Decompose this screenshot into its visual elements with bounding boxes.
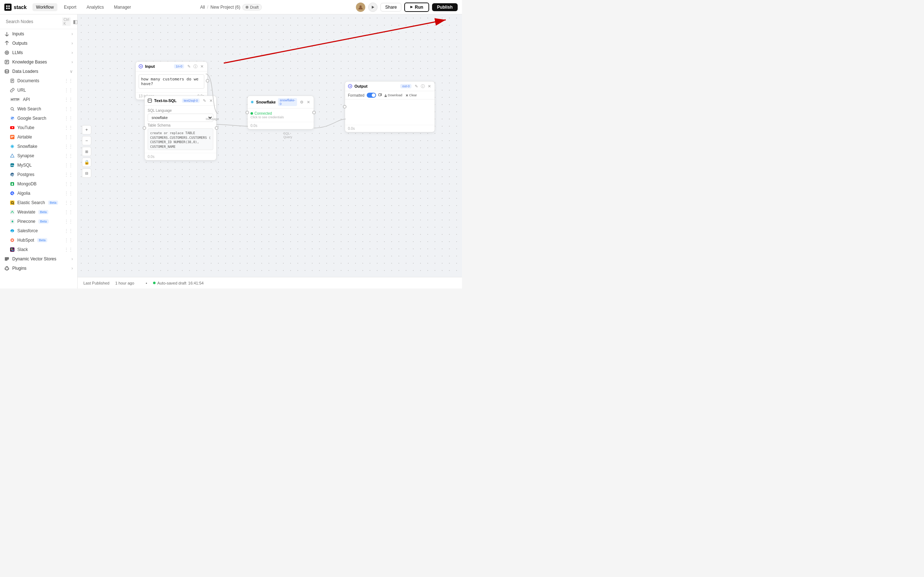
youtube-drag-handle[interactable]: ⋮⋮ xyxy=(64,125,73,130)
sql-close-button[interactable]: ✕ xyxy=(208,98,213,103)
sidebar-item-url[interactable]: URL ⋮⋮ xyxy=(0,85,77,95)
sidebar-item-elastic-search[interactable]: Elastic Search Beta ⋮⋮ xyxy=(0,198,77,207)
sidebar-item-knowledge-bases[interactable]: Knowledge Bases › xyxy=(0,57,77,67)
collapse-button[interactable]: ◧ xyxy=(73,19,78,24)
pinecone-drag-handle[interactable]: ⋮⋮ xyxy=(64,219,73,224)
sidebar-item-weaviate[interactable]: Weaviate Beta ⋮⋮ xyxy=(0,207,77,217)
elastic-search-drag-handle[interactable]: ⋮⋮ xyxy=(64,200,73,205)
run-button[interactable]: Run xyxy=(404,3,429,12)
play-icon-button[interactable] xyxy=(368,3,378,12)
nav-tab-export[interactable]: Export xyxy=(60,3,80,11)
data-loaders-label: Data Loaders xyxy=(12,69,38,74)
lock-tool[interactable]: 🔒 xyxy=(82,158,91,167)
download-button[interactable]: Download xyxy=(384,93,402,97)
nav-tab-workflow[interactable]: Workflow xyxy=(32,3,57,11)
breadcrumb-root[interactable]: All xyxy=(200,5,205,10)
annotation-arrow xyxy=(78,15,462,288)
weaviate-drag-handle[interactable]: ⋮⋮ xyxy=(64,210,73,214)
snowflake-settings-button[interactable]: ⚙ xyxy=(299,100,304,105)
snowflake-node-footer: 0.0s xyxy=(247,122,313,129)
google-search-drag-handle[interactable]: ⋮⋮ xyxy=(64,116,73,121)
clear-button[interactable]: Clear xyxy=(405,93,417,97)
snowflake-node-badge: snowflake-0 xyxy=(278,98,297,106)
last-published-label: Last Published xyxy=(83,281,109,285)
output-close-button[interactable]: ✕ xyxy=(426,84,432,89)
input-close-button[interactable]: ✕ xyxy=(199,64,204,69)
zoom-in-tool[interactable]: + xyxy=(82,125,91,134)
input-textarea[interactable]: how many customers do we have? xyxy=(139,74,204,89)
sql-language-label: SQL Language xyxy=(148,108,213,113)
snowflake-close-button[interactable]: ✕ xyxy=(306,100,311,105)
sidebar-item-salesforce[interactable]: sf Salesforce ⋮⋮ xyxy=(0,226,77,235)
svg-point-49 xyxy=(11,239,13,241)
sidebar-item-postgres[interactable]: pg Postgres ⋮⋮ xyxy=(0,170,77,179)
sql-connector-left[interactable] xyxy=(142,126,146,130)
postgres-drag-handle[interactable]: ⋮⋮ xyxy=(64,172,73,177)
sidebar-item-pinecone[interactable]: Pinecone Beta ⋮⋮ xyxy=(0,217,77,226)
algolia-drag-handle[interactable]: ⋮⋮ xyxy=(64,191,73,196)
sidebar-item-youtube[interactable]: YouTube ⋮⋮ xyxy=(0,123,77,132)
output-info-button[interactable]: ⓘ xyxy=(420,84,425,89)
draft-badge[interactable]: Draft xyxy=(242,4,262,10)
sidebar-item-google-search[interactable]: Google Search ⋮⋮ xyxy=(0,114,77,123)
outputs-label: Outputs xyxy=(12,41,27,46)
slack-drag-handle[interactable]: ⋮⋮ xyxy=(64,247,73,252)
hubspot-drag-handle[interactable]: ⋮⋮ xyxy=(64,238,73,243)
breadcrumb-sep: / xyxy=(207,5,208,10)
mysql-drag-handle[interactable]: ⋮⋮ xyxy=(64,163,73,168)
api-drag-handle[interactable]: ⋮⋮ xyxy=(64,97,73,102)
snowflake-drag-handle[interactable]: ⋮⋮ xyxy=(64,144,73,149)
sql-language-select[interactable]: snowflake xyxy=(148,114,213,122)
sidebar-item-data-loaders[interactable]: Data Loaders ∨ xyxy=(0,67,77,76)
output-connector-left[interactable] xyxy=(343,105,347,108)
zoom-out-tool[interactable]: − xyxy=(82,136,91,145)
input-edit-button[interactable]: ✎ xyxy=(186,64,191,69)
sidebar-item-plugins[interactable]: Plugins › xyxy=(0,264,77,273)
sidebar-item-mongodb[interactable]: MongoDB ⋮⋮ xyxy=(0,179,77,189)
output-copy-icon[interactable] xyxy=(378,93,382,97)
sidebar-item-llms[interactable]: LLMs › xyxy=(0,48,77,57)
synapse-drag-handle[interactable]: ⋮⋮ xyxy=(64,153,73,158)
click-creds-label[interactable]: Click to see credentials xyxy=(250,115,311,119)
sidebar-item-outputs[interactable]: Outputs › xyxy=(0,39,77,48)
output-node-badge: out-0 xyxy=(400,84,412,89)
sql-connector-right[interactable] xyxy=(215,126,218,130)
outputs-icon xyxy=(4,41,10,46)
svg-marker-69 xyxy=(350,85,351,87)
url-drag-handle[interactable]: ⋮⋮ xyxy=(64,88,73,93)
publish-button[interactable]: Publish xyxy=(432,3,458,11)
sidebar-item-hubspot[interactable]: HubSpot Beta ⋮⋮ xyxy=(0,235,77,245)
input-connector-right[interactable] xyxy=(206,79,209,82)
output-edit-button[interactable]: ✎ xyxy=(414,84,419,89)
sidebar-item-documents[interactable]: Documents ⋮⋮ xyxy=(0,76,77,85)
breadcrumb-project[interactable]: New Project (6) xyxy=(210,5,241,10)
documents-drag-handle[interactable]: ⋮⋮ xyxy=(64,78,73,83)
sidebar-item-snowflake[interactable]: Snowflake ⋮⋮ xyxy=(0,142,77,151)
web-search-drag-handle[interactable]: ⋮⋮ xyxy=(64,106,73,111)
sidebar-item-inputs[interactable]: Inputs › xyxy=(0,29,77,39)
avatar[interactable] xyxy=(356,3,365,12)
sidebar-item-airtable[interactable]: Airtable ⋮⋮ xyxy=(0,132,77,142)
snowflake-connector-left[interactable] xyxy=(246,111,249,114)
sidebar-item-dynamic-vector-stores[interactable]: Dynamic Vector Stores › xyxy=(0,254,77,264)
sidebar-item-synapse[interactable]: Synapse ⋮⋮ xyxy=(0,151,77,161)
fit-tool[interactable]: ⊞ xyxy=(82,147,91,156)
input-info-button[interactable]: ⓘ xyxy=(193,64,198,69)
canvas[interactable]: + − ⊞ 🔒 ⊟ Input 1n-0 ✎ ⓘ ✕ how many cust… xyxy=(78,15,462,288)
sidebar-item-algolia[interactable]: Algolia ⋮⋮ xyxy=(0,189,77,198)
sidebar-item-web-search[interactable]: Web Search ⋮⋮ xyxy=(0,104,77,114)
formatted-toggle[interactable] xyxy=(367,93,376,98)
sql-edit-button[interactable]: ✎ xyxy=(202,98,207,103)
mongodb-drag-handle[interactable]: ⋮⋮ xyxy=(64,181,73,187)
salesforce-drag-handle[interactable]: ⋮⋮ xyxy=(64,228,73,233)
sidebar-item-slack[interactable]: Slack ⋮⋮ xyxy=(0,245,77,254)
share-button[interactable]: Share xyxy=(380,3,401,11)
search-input[interactable] xyxy=(6,19,60,24)
airtable-drag-handle[interactable]: ⋮⋮ xyxy=(64,134,73,140)
grid-tool[interactable]: ⊟ xyxy=(82,168,91,178)
sidebar-item-mysql[interactable]: my MySQL ⋮⋮ xyxy=(0,161,77,170)
sidebar-item-api[interactable]: HTTP API ⋮⋮ xyxy=(0,95,77,104)
snowflake-connector-right[interactable] xyxy=(312,111,316,114)
nav-tab-analytics[interactable]: Analytics xyxy=(83,3,108,11)
nav-tab-manager[interactable]: Manager xyxy=(110,3,135,11)
